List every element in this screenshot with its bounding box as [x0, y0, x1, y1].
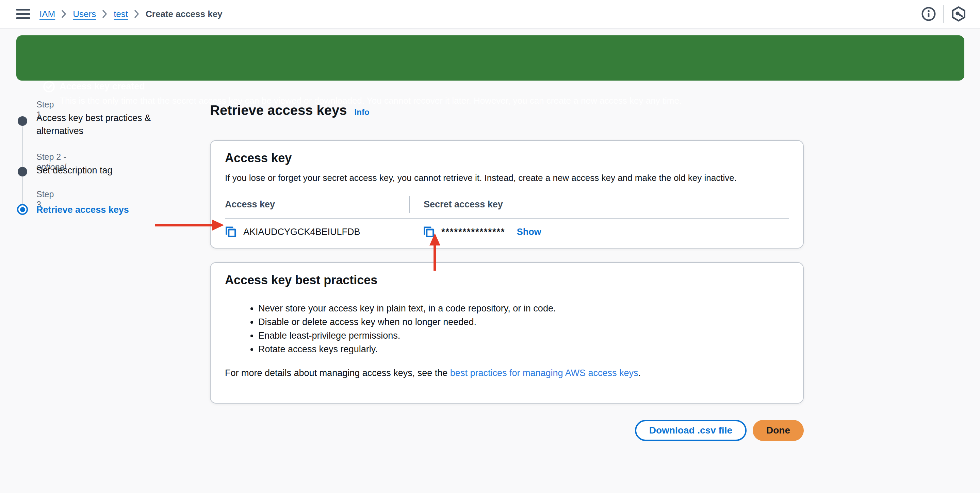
info-link[interactable]: Info — [355, 104, 369, 120]
chevron-right-icon — [61, 10, 67, 18]
step-3-link-active[interactable]: Retrieve access keys — [37, 203, 152, 216]
main-content: Retrieve access keys Info Access key If … — [210, 102, 804, 441]
step-connector-line — [22, 127, 23, 204]
best-practice-item: Enable least-privilege permissions. — [258, 329, 789, 342]
action-buttons-row: Download .csv file Done — [210, 420, 804, 441]
annotation-arrow-access-key-copy — [155, 224, 213, 227]
step-3-active-radio — [17, 204, 28, 215]
done-button[interactable]: Done — [753, 420, 804, 441]
show-secret-key-link[interactable]: Show — [517, 227, 541, 237]
step-1-dot — [18, 116, 27, 126]
access-key-value: AKIAUDCYGCK4BEIULFDB — [243, 227, 360, 237]
best-practices-footer: For more details about managing access k… — [225, 367, 789, 379]
column-header-secret-access-key: Secret access key — [409, 196, 789, 213]
access-key-card-title: Access key — [225, 150, 789, 166]
best-practices-card: Access key best practices Never store yo… — [210, 262, 804, 404]
chevron-right-icon — [134, 10, 140, 18]
breadcrumb-iam[interactable]: IAM — [40, 9, 55, 19]
best-practice-item: Disable or delete access key when no lon… — [258, 315, 789, 329]
chevron-right-icon — [102, 10, 108, 18]
footer-period: . — [638, 368, 641, 378]
breadcrumb-users[interactable]: Users — [73, 9, 96, 19]
annotation-arrow-head — [430, 233, 440, 246]
access-key-card: Access key If you lose or forget your se… — [210, 140, 804, 249]
best-practice-item: Rotate access keys regularly. — [258, 342, 789, 356]
key-table-header: Access key Secret access key — [225, 196, 789, 213]
annotation-arrow-head — [212, 220, 224, 230]
best-practices-list: Never store your access key in plain tex… — [258, 301, 789, 356]
step-1-link[interactable]: Access key best practices & alternatives — [37, 111, 152, 137]
key-table-row: AKIAUDCYGCK4BEIULFDB *************** Sho… — [225, 226, 789, 238]
page-title-text: Retrieve access keys — [210, 102, 347, 118]
step-2-dot — [18, 167, 27, 176]
best-practices-card-title: Access key best practices — [225, 272, 789, 288]
footer-text: For more details about managing access k… — [225, 368, 450, 378]
success-flashbar: Access key created This is the only time… — [16, 35, 964, 81]
key-table-rule — [225, 218, 789, 219]
top-navigation-bar: IAM Users test Create access key — [0, 0, 980, 29]
best-practice-item: Never store your access key in plain tex… — [258, 301, 789, 315]
best-practices-link[interactable]: best practices for managing AWS access k… — [450, 368, 638, 378]
check-circle-icon — [43, 81, 55, 94]
annotation-arrow-secret-key-copy — [434, 244, 436, 271]
page-title: Retrieve access keys Info — [210, 102, 804, 120]
topbar-divider — [943, 5, 944, 23]
step-2-link[interactable]: Set description tag — [37, 164, 152, 177]
breadcrumb: IAM Users test Create access key — [40, 9, 223, 19]
column-header-access-key: Access key — [225, 196, 409, 213]
breadcrumb-current-page: Create access key — [146, 9, 223, 19]
copy-access-key-button[interactable] — [225, 226, 237, 238]
access-key-card-description: If you lose or forget your secret access… — [225, 172, 789, 184]
secret-key-masked-value: *************** — [441, 227, 505, 237]
info-circle-icon[interactable] — [917, 3, 940, 25]
hexagon-console-icon[interactable] — [947, 3, 970, 25]
breadcrumb-test-user[interactable]: test — [114, 9, 128, 19]
download-csv-button[interactable]: Download .csv file — [635, 420, 746, 441]
hamburger-menu-icon[interactable] — [16, 9, 30, 19]
banner-title: Access key created — [60, 81, 145, 92]
